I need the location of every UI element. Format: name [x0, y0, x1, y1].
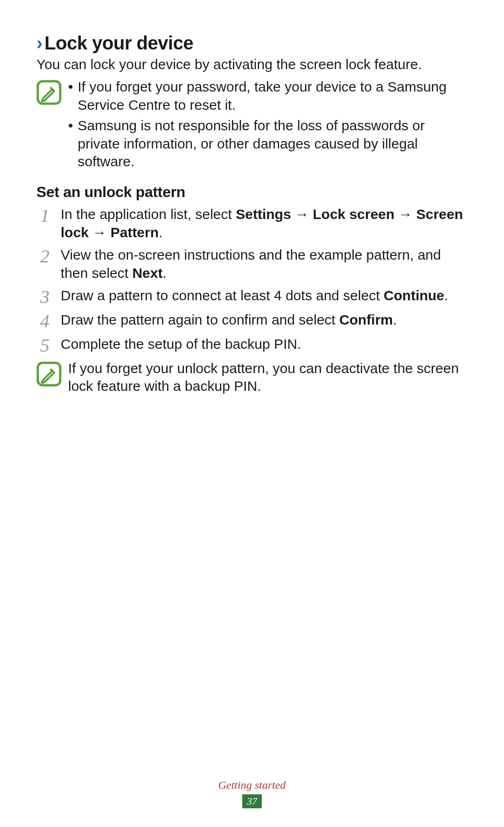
- chevron-right-icon: ›: [36, 34, 42, 52]
- note-bullet-1: • If you forget your password, take your…: [68, 78, 468, 114]
- step-body: Draw a pattern to connect at least 4 dot…: [61, 287, 468, 304]
- step-2: 2 View the on-screen instructions and th…: [36, 246, 468, 282]
- step-3: 3 Draw a pattern to connect at least 4 d…: [36, 287, 468, 306]
- step-bold: Confirm: [339, 312, 393, 327]
- step-body: Draw the pattern again to confirm and se…: [61, 311, 468, 329]
- note-bullet-text: If you forget your password, take your d…: [78, 78, 468, 114]
- note-block-2: If you forget your unlock pattern, you c…: [36, 360, 468, 396]
- step-number: 1: [36, 205, 53, 225]
- step-post: .: [444, 288, 448, 303]
- step-post: .: [159, 225, 162, 240]
- note-icon: [36, 78, 62, 107]
- note-bullets: • If you forget your password, take your…: [68, 78, 468, 173]
- step-bold: Next: [132, 265, 162, 281]
- step-post: .: [162, 265, 166, 281]
- step-5: 5 Complete the setup of the backup PIN.: [36, 335, 468, 355]
- step-number: 2: [36, 246, 53, 266]
- pencil-note-icon: [36, 80, 62, 105]
- step-bold: Continue: [384, 288, 444, 303]
- step-pre: Draw the pattern again to confirm and se…: [61, 312, 339, 327]
- bullet-dot-icon: •: [68, 117, 73, 170]
- step-body: Complete the setup of the backup PIN.: [61, 335, 468, 353]
- manual-page: › Lock your device You can lock your dev…: [0, 0, 504, 827]
- intro-paragraph: You can lock your device by activating t…: [36, 56, 468, 73]
- step-number: 4: [36, 311, 53, 331]
- step-number: 3: [36, 287, 53, 306]
- step-1: 1 In the application list, select Settin…: [36, 205, 468, 241]
- step-pre: View the on-screen instructions and the …: [61, 247, 441, 280]
- section-heading-row: › Lock your device: [36, 33, 468, 54]
- note-icon: [36, 360, 62, 389]
- note-text: If you forget your unlock pattern, you c…: [68, 360, 468, 396]
- note-bullet-text: Samsung is not responsible for the loss …: [78, 117, 468, 170]
- step-pre: Draw a pattern to connect at least 4 dot…: [61, 288, 384, 303]
- step-pre: Complete the setup of the backup PIN.: [61, 336, 301, 352]
- note-block-1: • If you forget your password, take your…: [36, 78, 468, 173]
- step-number: 5: [36, 335, 53, 355]
- step-post: .: [393, 312, 397, 327]
- step-body: View the on-screen instructions and the …: [61, 246, 468, 282]
- step-pre: In the application list, select: [61, 206, 236, 222]
- step-4: 4 Draw the pattern again to confirm and …: [36, 311, 468, 331]
- subsection-heading: Set an unlock pattern: [36, 184, 468, 201]
- step-body: In the application list, select Settings…: [61, 205, 468, 241]
- page-footer: Getting started 37: [0, 779, 504, 808]
- footer-page-number: 37: [242, 794, 262, 808]
- footer-section-name: Getting started: [0, 779, 504, 792]
- pencil-note-icon: [36, 361, 62, 387]
- section-heading: Lock your device: [44, 33, 193, 54]
- note-bullet-2: • Samsung is not responsible for the los…: [68, 117, 468, 170]
- bullet-dot-icon: •: [68, 78, 73, 114]
